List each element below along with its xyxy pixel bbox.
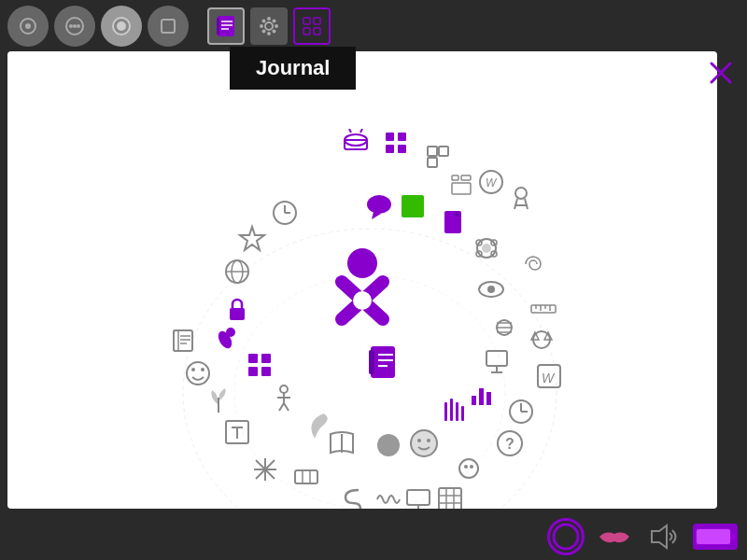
act-voodoo[interactable]: [267, 382, 301, 415]
act-texteditor[interactable]: [220, 415, 254, 449]
svg-rect-10: [217, 18, 219, 35]
bottom-speaker-btn[interactable]: [644, 518, 682, 555]
svg-rect-91: [248, 367, 258, 376]
svg-rect-55: [402, 195, 424, 217]
act-clock2[interactable]: [268, 196, 302, 230]
act-library[interactable]: [168, 324, 202, 357]
bottom-battery-btn[interactable]: [693, 524, 738, 550]
svg-rect-94: [369, 350, 374, 374]
act-browse[interactable]: [474, 273, 508, 306]
svg-point-127: [417, 439, 421, 442]
svg-point-155: [554, 525, 578, 549]
act-music[interactable]: [437, 392, 471, 426]
act-art[interactable]: [209, 320, 243, 354]
svg-rect-121: [450, 399, 453, 421]
journal-toolbar-btn[interactable]: [207, 7, 245, 45]
toolbar-btn-2[interactable]: [101, 6, 142, 47]
bottom-bar: [0, 513, 747, 560]
svg-rect-144: [439, 488, 461, 509]
act-grid4[interactable]: [433, 483, 467, 509]
svg-rect-135: [295, 470, 317, 483]
svg-rect-92: [261, 367, 271, 376]
svg-text:W: W: [542, 371, 556, 385]
act-wikibox[interactable]: W: [532, 359, 566, 393]
svg-line-110: [284, 403, 289, 411]
act-monitor[interactable]: [402, 483, 435, 509]
act-physics[interactable]: [516, 247, 550, 281]
svg-point-138: [459, 459, 478, 478]
svg-rect-26: [314, 28, 320, 35]
svg-rect-25: [303, 28, 310, 35]
svg-rect-74: [230, 308, 245, 320]
toolbar-btn-1[interactable]: [54, 6, 95, 47]
act-drum[interactable]: [339, 126, 373, 160]
toolbar-btn-0[interactable]: [7, 6, 49, 47]
svg-text:?: ?: [505, 436, 514, 452]
svg-rect-46: [452, 183, 471, 194]
svg-point-49: [515, 188, 527, 199]
act-clock[interactable]: [504, 395, 538, 428]
act-ruler[interactable]: [527, 292, 560, 326]
svg-point-21: [262, 29, 266, 33]
act-star[interactable]: [235, 222, 269, 256]
svg-rect-24: [314, 18, 320, 24]
svg-marker-156: [652, 525, 667, 548]
svg-point-32: [353, 291, 372, 310]
svg-rect-44: [452, 175, 458, 180]
svg-rect-84: [174, 330, 192, 351]
act-present[interactable]: [480, 343, 514, 377]
act-cross[interactable]: [248, 453, 282, 486]
svg-rect-42: [439, 147, 448, 156]
act-happy[interactable]: [407, 427, 441, 460]
act-grid2[interactable]: [379, 126, 413, 160]
act-record[interactable]: [372, 483, 405, 509]
act-nature[interactable]: [202, 384, 235, 417]
act-etoys[interactable]: [396, 189, 430, 223]
xo-character: [316, 243, 409, 336]
act-scratch[interactable]: [336, 483, 370, 509]
svg-point-105: [201, 368, 204, 371]
tooltip-text: Journal: [256, 56, 330, 79]
act-journal-center[interactable]: [366, 345, 400, 379]
svg-rect-123: [461, 406, 464, 421]
journal-tooltip: Journal: [230, 47, 356, 90]
svg-rect-38: [398, 133, 406, 141]
act-help[interactable]: ?: [493, 427, 527, 460]
act-puzzle[interactable]: [289, 460, 323, 494]
act-cat[interactable]: [525, 322, 558, 356]
act-circle[interactable]: [372, 428, 405, 462]
act-paint[interactable]: [437, 205, 471, 239]
svg-rect-41: [428, 147, 437, 156]
settings-toolbar-btn[interactable]: [250, 7, 288, 45]
svg-point-4: [73, 24, 77, 28]
svg-point-14: [265, 22, 273, 30]
grid-toolbar-btn[interactable]: [293, 7, 331, 45]
act-calc[interactable]: [444, 168, 478, 202]
svg-point-7: [117, 21, 126, 31]
bottom-lips-btn[interactable]: [596, 518, 633, 555]
main-content: W: [7, 51, 717, 509]
close-button[interactable]: [704, 56, 738, 90]
svg-marker-149: [240, 227, 264, 250]
act-4square[interactable]: [243, 348, 276, 382]
act-globe[interactable]: [220, 255, 254, 288]
svg-point-5: [77, 24, 80, 28]
svg-rect-98: [486, 351, 507, 366]
svg-rect-113: [486, 392, 491, 405]
svg-rect-69: [531, 305, 556, 313]
act-read[interactable]: [325, 427, 359, 460]
act-turtle[interactable]: [470, 231, 503, 265]
act-chat[interactable]: [362, 189, 396, 223]
svg-rect-120: [444, 402, 447, 421]
svg-rect-85: [174, 330, 178, 351]
toolbar-btn-3[interactable]: [148, 6, 189, 47]
act-measure[interactable]: [504, 180, 538, 214]
svg-rect-90: [261, 354, 271, 363]
svg-point-125: [377, 434, 400, 456]
act-wiki[interactable]: W: [474, 165, 508, 199]
svg-point-16: [267, 32, 271, 35]
bottom-circle-btn[interactable]: [547, 518, 585, 555]
act-bug[interactable]: [487, 311, 521, 344]
svg-point-22: [273, 19, 276, 22]
svg-point-29: [347, 248, 377, 278]
